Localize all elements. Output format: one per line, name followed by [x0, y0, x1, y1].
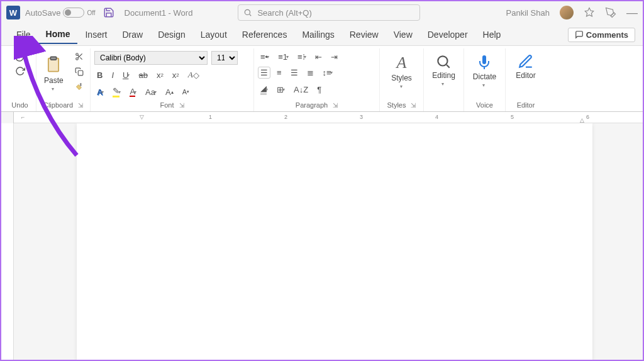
italic-button[interactable]: I [109, 69, 116, 81]
svg-line-8 [77, 55, 79, 57]
autosave-state: Off [87, 9, 95, 16]
decrease-indent-button[interactable]: ⇤ [313, 51, 325, 63]
redo-button[interactable] [12, 65, 28, 77]
font-launcher-icon[interactable]: ⇲ [179, 102, 184, 109]
font-color-button[interactable]: A▾ [127, 86, 139, 98]
clipboard-launcher-icon[interactable]: ⇲ [78, 102, 83, 109]
underline-button[interactable]: U▾ [120, 69, 132, 81]
shading-button[interactable]: ◢▾ [258, 82, 270, 96]
cut-button[interactable] [72, 51, 86, 62]
editor-button[interactable]: Editor [512, 51, 539, 82]
autosave-toggle[interactable]: AutoSave Off [25, 8, 96, 18]
multilevel-list-button[interactable]: ≡⁝▾ [295, 51, 309, 63]
numbering-button[interactable]: ≡1▾ [275, 51, 291, 63]
svg-point-5 [75, 58, 78, 60]
tab-layout[interactable]: Layout [193, 26, 235, 43]
tab-references[interactable]: References [235, 26, 295, 43]
pen-icon[interactable] [605, 7, 616, 18]
vertical-ruler[interactable] [1, 123, 14, 360]
search-input[interactable]: Search (Alt+Q) [238, 4, 420, 21]
document-title: Document1 - Word [125, 8, 193, 18]
svg-rect-9 [78, 70, 83, 75]
bullets-button[interactable]: ≡•▾ [258, 51, 272, 63]
justify-button[interactable]: ≣ [304, 67, 316, 79]
editing-button[interactable]: Editing ▾ [428, 51, 459, 89]
shrink-font-button[interactable]: A▾ [180, 87, 192, 97]
borders-button[interactable]: ⊞▾ [274, 84, 287, 96]
svg-point-0 [245, 9, 250, 14]
strikethrough-button[interactable]: ab [136, 69, 150, 81]
save-icon[interactable] [101, 6, 117, 19]
minimize-icon[interactable]: — [626, 6, 638, 19]
text-effects-button[interactable]: A▾ [94, 86, 106, 98]
align-right-button[interactable]: ☰ [288, 67, 301, 79]
tab-draw[interactable]: Draw [114, 26, 150, 43]
tab-insert[interactable]: Insert [77, 26, 114, 43]
undo-group-label: Undo [8, 100, 32, 111]
premium-icon[interactable] [584, 7, 595, 18]
styles-launcher-icon[interactable]: ⇲ [411, 102, 416, 109]
svg-point-11 [438, 56, 448, 65]
show-marks-button[interactable]: ¶ [314, 84, 324, 96]
align-left-button[interactable]: ☰ [258, 67, 270, 79]
line-spacing-button[interactable]: ↕≡▾ [320, 67, 335, 79]
svg-point-4 [75, 53, 78, 56]
svg-rect-3 [51, 57, 57, 60]
search-placeholder: Search (Alt+Q) [257, 8, 311, 18]
font-name-select[interactable]: Calibri (Body) [94, 51, 208, 65]
font-size-select[interactable]: 11 [211, 51, 238, 65]
highlight-button[interactable]: ✎▾ [110, 85, 123, 99]
svg-rect-10 [80, 83, 81, 86]
user-avatar[interactable] [560, 6, 574, 19]
voice-group-label: Voice [476, 101, 493, 109]
horizontal-ruler[interactable]: ⌐ ▽ 1 2 3 4 5 6 △ [1, 112, 643, 123]
clipboard-group-label: Clipboard [43, 101, 73, 109]
ribbon-tabs: File Home Insert Draw Design Layout Refe… [1, 24, 643, 45]
undo-button[interactable]: ▾ [11, 51, 30, 64]
subscript-button[interactable]: x2 [154, 69, 166, 81]
svg-line-1 [250, 14, 252, 16]
align-center-button[interactable]: ≡ [274, 67, 284, 79]
paste-button[interactable]: Paste ▾ [40, 51, 67, 94]
bold-button[interactable]: B [94, 69, 105, 81]
sort-button[interactable]: A↓Z [291, 84, 311, 96]
paragraph-group-label: Paragraph [296, 101, 328, 109]
tab-review[interactable]: Review [342, 26, 386, 43]
tab-design[interactable]: Design [150, 26, 193, 43]
comments-button[interactable]: Comments [568, 28, 635, 42]
change-case-button[interactable]: Aa▾ [143, 86, 159, 98]
increase-indent-button[interactable]: ⇥ [328, 51, 340, 63]
superscript-button[interactable]: x2 [170, 69, 182, 81]
clear-formatting-button[interactable]: A◇ [186, 69, 202, 81]
svg-line-12 [447, 65, 450, 68]
svg-line-7 [80, 57, 82, 59]
document-page[interactable] [77, 123, 592, 360]
toggle-pill[interactable] [63, 8, 84, 18]
copy-button[interactable] [72, 66, 86, 77]
tab-home[interactable]: Home [38, 25, 78, 44]
tab-file[interactable]: File [9, 26, 38, 43]
word-app-icon: W [6, 6, 20, 19]
document-area[interactable] [14, 123, 643, 360]
format-painter-button[interactable] [72, 81, 86, 92]
ribbon: ▾ Undo Paste ▾ Clipboard⇲ Calibri (Body [1, 45, 643, 112]
tab-developer[interactable]: Developer [420, 26, 475, 43]
paragraph-launcher-icon[interactable]: ⇲ [333, 102, 338, 109]
dictate-button[interactable]: Dictate ▾ [469, 51, 500, 91]
tab-mailings[interactable]: Mailings [294, 26, 341, 43]
styles-group-label: Styles [387, 101, 406, 109]
tab-help[interactable]: Help [475, 26, 509, 43]
autosave-label: AutoSave [25, 8, 60, 18]
styles-button[interactable]: A Styles ▾ [387, 51, 416, 92]
user-name[interactable]: Pankil Shah [506, 8, 550, 18]
font-group-label: Font [160, 101, 174, 109]
grow-font-button[interactable]: A▴ [163, 86, 176, 98]
tab-view[interactable]: View [386, 26, 420, 43]
editor-group-label: Editor [517, 101, 535, 109]
search-icon [243, 8, 252, 17]
